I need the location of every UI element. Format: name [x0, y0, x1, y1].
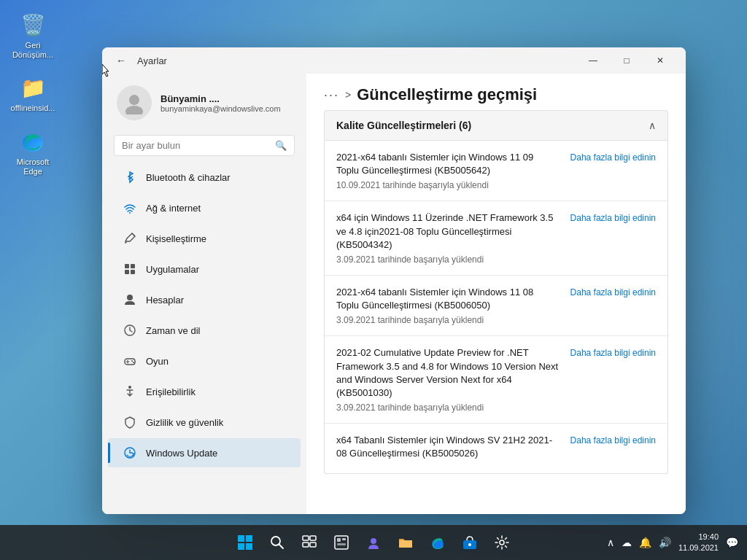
- svg-point-11: [131, 360, 133, 362]
- svg-point-1: [129, 95, 139, 105]
- update-info-4: x64 Tabanlı Sistemler için Windows SV 21…: [336, 434, 559, 463]
- sidebar-item-gaming[interactable]: Oyun: [108, 346, 301, 376]
- taskbar-center: [231, 528, 516, 557]
- sidebar-label-personalization: Kişiselleştirme: [146, 233, 206, 244]
- user-profile[interactable]: Bünyamin .... bunyaminkaya@windowslive.c…: [102, 74, 306, 132]
- svg-rect-18: [246, 543, 252, 550]
- sidebar-item-accounts[interactable]: Hesaplar: [108, 285, 301, 314]
- clock-icon: [123, 323, 137, 338]
- edge-image: [18, 127, 47, 156]
- update-name-2: 2021-x64 tabanlı Sistemler için Windows …: [336, 286, 559, 312]
- update-info-3: 2021-02 Cumulative Update Preview for .N…: [336, 346, 559, 413]
- tray-arrow[interactable]: ∧: [604, 535, 617, 550]
- sidebar-item-network[interactable]: Ağ & internet: [108, 193, 301, 222]
- sidebar-item-accessibility[interactable]: Erişilebilirlik: [108, 377, 301, 406]
- volume-icon[interactable]: 🔊: [656, 535, 674, 550]
- update-item-2: 2021-x64 tabanlı Sistemler için Windows …: [325, 276, 667, 336]
- section-header-quality[interactable]: Kalite Güncelleştirmeleri (6) ∧: [324, 110, 668, 141]
- recycle-bin-icon[interactable]: 🗑️ Geri Dönüşüm...: [7, 7, 58, 63]
- widgets-button[interactable]: [327, 528, 356, 557]
- sidebar-label-gaming: Oyun: [146, 356, 169, 367]
- update-name-4: x64 Tabanlı Sistemler için Windows SV 21…: [336, 434, 559, 460]
- update-item-1: x64 için Windows 11 Üzerinde .NET Framew…: [325, 201, 667, 276]
- main-content: ··· > Güncelleştirme geçmişi Kalite Günc…: [306, 74, 686, 514]
- svg-rect-24: [335, 536, 348, 549]
- taskbar-search-button[interactable]: [263, 528, 292, 557]
- svg-rect-25: [337, 538, 341, 542]
- settings-window: ← Ayarlar — □ ✕: [102, 47, 686, 514]
- sidebar-label-accessibility: Erişilebilirlik: [146, 386, 196, 397]
- sidebar-label-network: Ağ & internet: [146, 203, 201, 214]
- update-link-0[interactable]: Daha fazla bilgi edinin: [570, 152, 656, 163]
- clock[interactable]: 19:40 11.09.2021: [678, 532, 719, 554]
- svg-point-8: [127, 295, 133, 300]
- close-button[interactable]: ✕: [643, 47, 677, 74]
- svg-rect-20: [303, 536, 309, 540]
- update-info-1: x64 için Windows 11 Üzerinde .NET Framew…: [336, 211, 559, 265]
- sidebar-label-bluetooth: Bluetooth & cihazlar: [146, 172, 231, 183]
- edge-label: Microsoft Edge: [10, 158, 55, 176]
- title-bar: ← Ayarlar — □ ✕: [102, 47, 686, 74]
- shield-icon: [123, 415, 137, 429]
- svg-rect-29: [399, 540, 412, 548]
- notification-icon[interactable]: 🔔: [636, 535, 654, 550]
- section-chevron-icon: ∧: [649, 120, 656, 131]
- search-icon: 🔍: [275, 140, 287, 151]
- update-info-0: 2021-x64 tabanlı Sistemler için Windows …: [336, 151, 559, 190]
- minimize-button[interactable]: —: [576, 47, 610, 74]
- svg-rect-16: [246, 535, 252, 542]
- svg-rect-22: [303, 542, 309, 547]
- bluetooth-icon: [123, 170, 137, 184]
- update-name-3: 2021-02 Cumulative Update Preview for .N…: [336, 346, 559, 400]
- chat-button[interactable]: [359, 528, 388, 557]
- svg-rect-7: [131, 270, 135, 274]
- cloud-icon[interactable]: ☁: [619, 535, 635, 550]
- update-name-1: x64 için Windows 11 Üzerinde .NET Framew…: [336, 211, 559, 252]
- update-date-2: 3.09.2021 tarihinde başarıyla yüklendi: [336, 315, 559, 325]
- maximize-button[interactable]: □: [610, 47, 643, 74]
- sidebar-item-time[interactable]: Zaman ve dil: [108, 316, 301, 345]
- update-link-4[interactable]: Daha fazla bilgi edinin: [570, 435, 656, 446]
- search-box[interactable]: 🔍: [114, 135, 295, 156]
- explorer-button[interactable]: [391, 528, 420, 557]
- offline-files-icon[interactable]: 📁 offlineinsid...: [7, 70, 58, 116]
- offline-files-image: 📁: [18, 73, 47, 102]
- user-email: bunyaminkaya@windowslive.com: [160, 104, 295, 113]
- svg-rect-6: [125, 270, 129, 274]
- update-icon: [123, 446, 137, 460]
- svg-rect-27: [337, 543, 346, 545]
- sidebar-item-windows-update[interactable]: Windows Update: [108, 438, 301, 467]
- edge-icon[interactable]: Microsoft Edge: [7, 124, 58, 179]
- time-display: 19:40: [678, 532, 719, 542]
- update-items-list: 2021-x64 tabanlı Sistemler için Windows …: [324, 141, 668, 474]
- edge-taskbar-button[interactable]: [423, 528, 452, 557]
- svg-point-3: [129, 212, 131, 214]
- notification-center-icon[interactable]: 💬: [723, 535, 741, 550]
- desktop: 🗑️ Geri Dönüşüm... 📁 offlineinsid...: [0, 0, 747, 560]
- sidebar-item-personalization[interactable]: Kişiselleştirme: [108, 224, 301, 253]
- update-link-2[interactable]: Daha fazla bilgi edinin: [570, 287, 656, 298]
- avatar: [117, 85, 152, 120]
- sidebar-item-privacy[interactable]: Gizlilik ve güvenlik: [108, 408, 301, 437]
- taskbar-right: ∧ ☁ 🔔 🔊 19:40 11.09.2021 💬: [604, 532, 741, 554]
- section-title: Kalite Güncelleştirmeleri (6): [336, 120, 471, 131]
- recycle-bin-image: 🗑️: [18, 10, 47, 39]
- update-link-3[interactable]: Daha fazla bilgi edinin: [570, 348, 656, 358]
- back-button[interactable]: ←: [111, 50, 131, 71]
- recycle-bin-label: Geri Dönüşüm...: [10, 41, 55, 60]
- settings-taskbar-button[interactable]: [487, 528, 516, 557]
- store-button[interactable]: [455, 528, 484, 557]
- breadcrumb-dots[interactable]: ···: [324, 88, 339, 103]
- svg-rect-23: [310, 542, 316, 547]
- apps-icon: [123, 262, 137, 276]
- taskview-button[interactable]: [295, 528, 324, 557]
- svg-rect-21: [310, 536, 316, 540]
- sidebar-item-bluetooth[interactable]: Bluetooth & cihazlar: [108, 163, 301, 192]
- svg-point-32: [468, 543, 471, 546]
- search-input[interactable]: [122, 140, 271, 151]
- update-link-1[interactable]: Daha fazla bilgi edinin: [570, 213, 656, 223]
- svg-point-2: [125, 106, 143, 114]
- sidebar-item-apps[interactable]: Uygulamalar: [108, 254, 301, 284]
- start-button[interactable]: [231, 528, 260, 557]
- window-title: Ayarlar: [137, 55, 167, 66]
